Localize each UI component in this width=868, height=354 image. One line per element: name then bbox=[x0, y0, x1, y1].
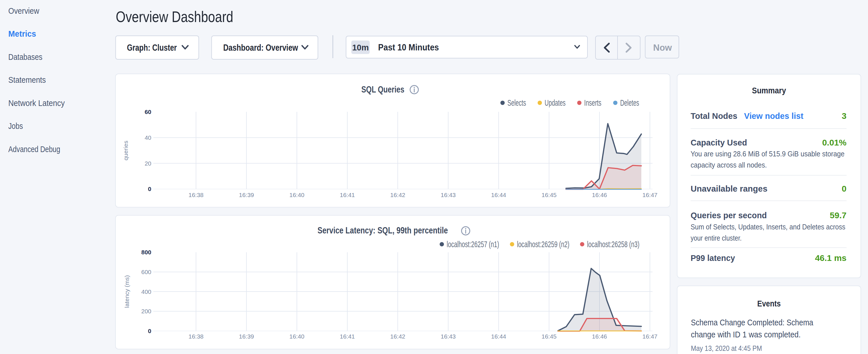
svg-text:16:45: 16:45 bbox=[541, 192, 557, 198]
svg-text:Unavailable ranges: Unavailable ranges bbox=[691, 184, 767, 193]
svg-text:16:44: 16:44 bbox=[491, 192, 506, 198]
svg-text:0: 0 bbox=[148, 328, 151, 334]
svg-text:Updates: Updates bbox=[545, 98, 566, 107]
svg-text:Summary: Summary bbox=[752, 86, 786, 95]
svg-text:16:40: 16:40 bbox=[289, 333, 305, 340]
svg-text:Service Latency: SQL, 99th per: Service Latency: SQL, 99th percentile bbox=[317, 225, 448, 235]
svg-text:Overview Dashboard: Overview Dashboard bbox=[116, 8, 233, 25]
svg-text:16:41: 16:41 bbox=[340, 333, 355, 340]
svg-text:Now: Now bbox=[653, 43, 672, 53]
svg-text:10m: 10m bbox=[352, 43, 369, 52]
svg-text:400: 400 bbox=[141, 288, 151, 295]
svg-text:600: 600 bbox=[141, 269, 151, 275]
svg-text:SQL Queries: SQL Queries bbox=[361, 84, 404, 95]
svg-text:40: 40 bbox=[145, 134, 151, 141]
svg-text:Deletes: Deletes bbox=[620, 98, 639, 107]
svg-text:16:47: 16:47 bbox=[643, 192, 658, 198]
svg-text:16:43: 16:43 bbox=[441, 333, 456, 340]
svg-text:200: 200 bbox=[141, 308, 151, 315]
svg-text:localhost:26257 (n1): localhost:26257 (n1) bbox=[447, 240, 499, 249]
svg-text:3: 3 bbox=[842, 111, 846, 121]
svg-text:800: 800 bbox=[141, 249, 151, 255]
svg-text:You are using 28.6 MiB of 515.: You are using 28.6 MiB of 515.9 GiB usab… bbox=[691, 150, 844, 158]
svg-text:your entire cluster.: your entire cluster. bbox=[691, 234, 742, 242]
svg-text:View nodes list: View nodes list bbox=[744, 111, 804, 121]
svg-text:16:39: 16:39 bbox=[239, 192, 254, 198]
svg-text:capacity across all nodes.: capacity across all nodes. bbox=[691, 161, 767, 169]
svg-text:16:40: 16:40 bbox=[289, 192, 305, 198]
svg-text:Advanced Debug: Advanced Debug bbox=[8, 144, 60, 154]
svg-text:localhost:26259 (n2): localhost:26259 (n2) bbox=[517, 240, 569, 249]
svg-text:16:42: 16:42 bbox=[390, 192, 405, 198]
svg-text:Selects: Selects bbox=[507, 98, 526, 107]
svg-text:59.7: 59.7 bbox=[830, 211, 846, 220]
svg-text:16:38: 16:38 bbox=[189, 192, 204, 198]
svg-text:0.01%: 0.01% bbox=[822, 138, 846, 147]
svg-text:16:43: 16:43 bbox=[441, 192, 456, 198]
svg-text:0: 0 bbox=[148, 186, 151, 192]
svg-text:localhost:26258 (n3): localhost:26258 (n3) bbox=[587, 240, 640, 249]
svg-text:16:46: 16:46 bbox=[592, 333, 607, 340]
svg-text:change with ID 1 was completed: change with ID 1 was completed. bbox=[691, 330, 801, 339]
svg-text:May 13, 2020 at 4:45 PM: May 13, 2020 at 4:45 PM bbox=[691, 344, 762, 353]
svg-text:Databases: Databases bbox=[8, 53, 42, 62]
svg-text:P99 latency: P99 latency bbox=[691, 253, 735, 263]
svg-text:Sum of Selects, Updates, Inser: Sum of Selects, Updates, Inserts, and De… bbox=[691, 223, 845, 231]
svg-text:16:46: 16:46 bbox=[592, 192, 607, 198]
svg-text:Total Nodes: Total Nodes bbox=[691, 111, 737, 121]
svg-text:Schema Change Completed: Schem: Schema Change Completed: Schema bbox=[691, 318, 813, 327]
svg-text:Capacity Used: Capacity Used bbox=[691, 138, 747, 147]
svg-text:Past 10 Minutes: Past 10 Minutes bbox=[378, 42, 439, 53]
svg-text:16:39: 16:39 bbox=[239, 333, 254, 340]
svg-text:Network Latency: Network Latency bbox=[8, 99, 65, 108]
svg-text:Dashboard: Overview: Dashboard: Overview bbox=[223, 43, 298, 53]
svg-text:Statements: Statements bbox=[8, 75, 46, 85]
svg-text:20: 20 bbox=[145, 160, 151, 167]
svg-text:Events: Events bbox=[757, 299, 781, 308]
svg-text:Metrics: Metrics bbox=[8, 29, 36, 38]
svg-text:16:47: 16:47 bbox=[643, 333, 658, 340]
svg-text:16:44: 16:44 bbox=[491, 333, 506, 340]
svg-text:60: 60 bbox=[145, 108, 151, 115]
svg-text:Overview: Overview bbox=[8, 6, 39, 15]
svg-text:Inserts: Inserts bbox=[584, 98, 601, 107]
svg-text:16:42: 16:42 bbox=[390, 333, 405, 340]
svg-text:46.1 ms: 46.1 ms bbox=[815, 253, 846, 263]
svg-text:0: 0 bbox=[842, 184, 846, 193]
svg-text:queries: queries bbox=[122, 141, 129, 160]
svg-text:Queries per second: Queries per second bbox=[691, 211, 767, 220]
svg-text:Jobs: Jobs bbox=[8, 122, 23, 131]
svg-text:Graph: Cluster: Graph: Cluster bbox=[127, 43, 177, 53]
svg-text:16:45: 16:45 bbox=[541, 333, 557, 340]
svg-text:16:41: 16:41 bbox=[340, 192, 355, 198]
svg-text:16:38: 16:38 bbox=[189, 333, 204, 340]
svg-text:latency (ms): latency (ms) bbox=[124, 275, 130, 308]
